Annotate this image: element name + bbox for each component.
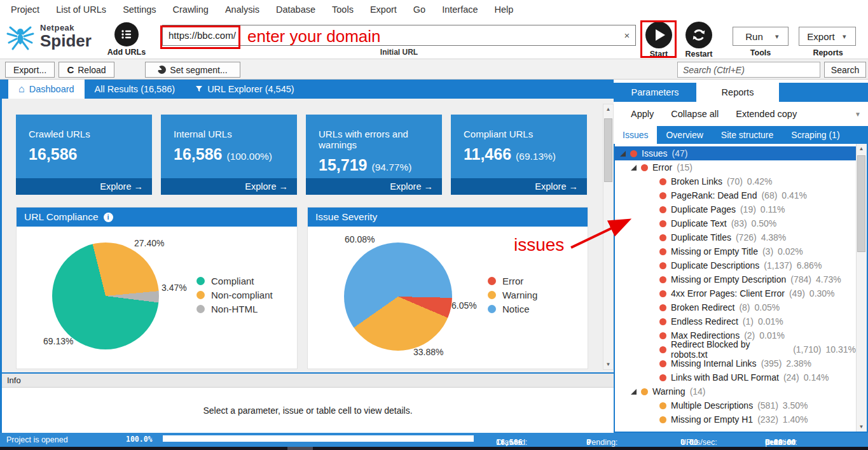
issue-count: (784) (790, 274, 811, 285)
summary-card: Crawled URLs 16,586 Explore → (16, 115, 152, 195)
explore-button[interactable]: Explore → (306, 178, 442, 195)
issue-row[interactable]: Duplicate Titles (726) 4.38% (615, 230, 856, 244)
result-tab[interactable]: ⌂ Dashboard (8, 80, 85, 99)
explore-button[interactable]: Explore → (451, 178, 587, 195)
search-input[interactable] (677, 62, 820, 78)
menu-item[interactable]: Interface (434, 4, 486, 15)
reports-action[interactable]: Apply (631, 109, 654, 119)
severity-dot-icon (659, 220, 666, 227)
issue-row[interactable]: Issues (47) (615, 146, 856, 160)
scroll-down-icon[interactable]: ▼ (603, 360, 613, 369)
menu-item[interactable]: Analysis (217, 4, 268, 15)
explore-button[interactable]: Explore → (16, 178, 152, 195)
issue-row[interactable]: Warning (14) (615, 384, 856, 398)
issue-label: Endless Redirect (671, 316, 738, 327)
reports-subtab[interactable]: Scraping (1) (782, 126, 848, 144)
card-percent: (94.77%) (371, 162, 411, 173)
add-urls-button[interactable]: Add URLs (106, 22, 148, 57)
explore-button[interactable]: Explore → (161, 178, 297, 195)
reports-subtab[interactable]: Overview (657, 126, 712, 144)
expander-icon[interactable] (620, 151, 626, 157)
set-segment-button[interactable]: Set segment... (145, 62, 240, 78)
reports-action[interactable]: Collapse all (671, 109, 719, 119)
clear-url-icon[interactable]: × (619, 30, 635, 41)
reports-subtab[interactable]: Site structure (712, 126, 782, 144)
export-results-button[interactable]: Export... (5, 62, 55, 78)
issue-row[interactable]: Error (15) (615, 160, 856, 174)
issue-row[interactable]: Endless Redirect (1) 0.01% (615, 314, 856, 328)
issue-label: Missing or Empty H1 (671, 414, 753, 425)
issue-count: (581) (757, 400, 778, 411)
issue-label: Duplicate Titles (671, 232, 731, 243)
legend-label: Non-compliant (211, 290, 273, 300)
menu-item[interactable]: Project (3, 4, 48, 15)
legend-label: Error (502, 276, 523, 286)
menu-item[interactable]: Go (405, 4, 434, 15)
export-dropdown[interactable]: Export ▾ (799, 27, 856, 46)
issue-row[interactable]: PageRank: Dead End (68) 0.41% (615, 188, 856, 202)
reports-action[interactable]: Extended copy (736, 109, 797, 119)
issue-row[interactable]: 4xx Error Pages: Client Error (49) 0.30% (615, 286, 856, 300)
issue-row[interactable]: Missing Internal Links (395) 2.38% (615, 356, 856, 370)
issue-row[interactable]: Broken Links (70) 0.42% (615, 174, 856, 188)
issue-row[interactable]: Multiple Descriptions (581) 3.50% (615, 398, 856, 412)
issue-row[interactable]: Missing or Empty H1 (232) 1.40% (615, 412, 856, 426)
list-icon (120, 28, 133, 41)
menu-item[interactable]: Crawling (165, 4, 217, 15)
result-tab[interactable]: URL Explorer (4,545) (185, 80, 304, 99)
issues-scrollbar[interactable]: ▲ ▼ (856, 144, 867, 432)
info-panel-title: Info (2, 374, 614, 388)
status-bar: Project is opened 100.0% Crawled: 16,586… (0, 433, 868, 447)
expander-icon[interactable] (631, 389, 637, 395)
severity-dot-icon (659, 318, 666, 325)
reports-subtab[interactable]: Issues (614, 126, 657, 144)
export-results-label: Export... (13, 65, 46, 75)
severity-dot-icon (659, 248, 666, 255)
issue-count: (232) (757, 414, 778, 425)
issue-row[interactable]: Missing or Empty Description (784) 4.73% (615, 272, 856, 286)
main-area: ⌂ Dashboard All Results (16,586) URL Exp… (0, 80, 614, 433)
panel-tab[interactable]: Reports (696, 83, 779, 102)
scroll-up-icon[interactable]: ▲ (857, 144, 866, 153)
initial-url-input[interactable] (163, 30, 619, 41)
run-dropdown[interactable]: Run ▾ (733, 27, 789, 46)
issue-row[interactable]: Duplicate Descriptions (1,137) 6.86% (615, 258, 856, 272)
project-status: Project is opened (6, 435, 68, 444)
brand-name-bottom: Spider (40, 32, 92, 49)
restart-button[interactable]: Restart (682, 22, 716, 59)
result-tab[interactable]: All Results (16,586) (85, 80, 186, 99)
info-icon[interactable]: i (104, 213, 113, 222)
issue-row[interactable]: Broken Redirect (8) 0.05% (615, 300, 856, 314)
issue-row[interactable]: Missing or Empty Title (3) 0.02% (615, 244, 856, 258)
menu-item[interactable]: Settings (114, 4, 164, 15)
panel-menu-icon[interactable]: ▼ (855, 111, 861, 118)
issue-count: (1,710) (793, 344, 821, 355)
dashboard-scrollbar[interactable]: ▲ ▼ (603, 104, 614, 370)
menu-item[interactable]: Database (268, 4, 324, 15)
issue-severity-pie[interactable] (344, 243, 452, 351)
issue-row[interactable]: Links with Bad URL Format (24) 0.14% (615, 370, 856, 384)
dashboard: Crawled URLs 16,586 Explore → Internal U… (2, 99, 614, 372)
menu-item[interactable]: Help (486, 4, 522, 15)
issue-row[interactable]: Duplicate Text (83) 0.50% (615, 216, 856, 230)
start-button[interactable]: Start (643, 22, 675, 59)
issue-percent: 0.30% (809, 288, 835, 299)
scroll-thumb[interactable] (857, 155, 865, 252)
search-button[interactable]: Search (824, 62, 866, 78)
scroll-down-icon[interactable]: ▼ (857, 422, 866, 432)
reload-button[interactable]: C Reload (59, 62, 114, 78)
scroll-up-icon[interactable]: ▲ (603, 104, 613, 114)
severity-dot-icon (659, 192, 666, 199)
issue-row[interactable]: Duplicate Pages (19) 0.11% (615, 202, 856, 216)
url-compliance-pie[interactable] (52, 243, 159, 349)
reload-icon: C (67, 64, 74, 75)
menu-item[interactable]: List of URLs (48, 4, 114, 15)
issue-row[interactable]: Redirect Blocked by robots.txt (1,710) 1… (615, 342, 856, 356)
pie-value-label: 33.88% (413, 347, 443, 357)
panel-tab[interactable]: Parameters (614, 83, 696, 102)
scroll-thumb[interactable] (604, 118, 612, 182)
menu-item[interactable]: Tools (324, 4, 362, 15)
menu-item[interactable]: Export (362, 4, 405, 15)
expander-icon[interactable] (631, 165, 637, 171)
tab-label: Dashboard (29, 84, 74, 94)
